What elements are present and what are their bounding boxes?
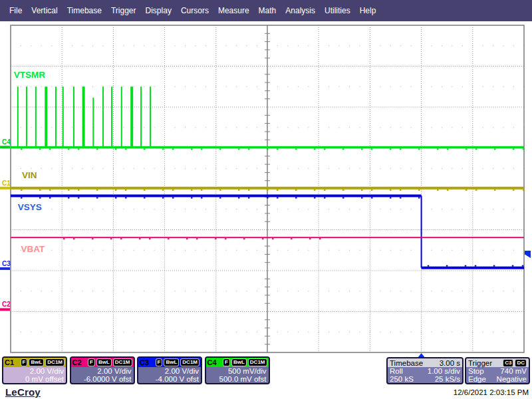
trigger-badge-c3: C3 bbox=[503, 359, 513, 367]
trace-noise bbox=[172, 148, 174, 150]
grid-dot bbox=[380, 291, 380, 291]
lecroy-logo: LeCroy bbox=[5, 386, 41, 398]
trace-noise bbox=[78, 190, 80, 191]
channel-marker-c4[interactable] bbox=[0, 146, 10, 148]
timebase-box[interactable]: Timebase 3.00 s Roll 1.00 s/div 250 kS 2… bbox=[386, 357, 464, 384]
grid-dot bbox=[21, 86, 21, 87]
grid-dot bbox=[308, 45, 309, 46]
trace-noise bbox=[92, 238, 94, 239]
menu-item-trigger[interactable]: Trigger bbox=[111, 6, 136, 15]
menu-item-cursors[interactable]: Cursors bbox=[181, 6, 209, 15]
grid-dot bbox=[421, 332, 422, 332]
grid-dot bbox=[257, 127, 257, 128]
grid-dot bbox=[349, 127, 350, 128]
menu-item-math[interactable]: Math bbox=[259, 6, 277, 15]
menu-item-utilities[interactable]: Utilities bbox=[325, 6, 350, 15]
trace-noise bbox=[295, 197, 297, 198]
grid-dot bbox=[411, 168, 412, 169]
grid-dot bbox=[277, 250, 278, 251]
trace-noise bbox=[162, 197, 164, 198]
channel-settings: 2.00 V/div-6.0000 V ofst bbox=[71, 367, 134, 383]
grid-dot bbox=[359, 127, 360, 128]
trace-noise bbox=[243, 238, 245, 239]
menu-item-file[interactable]: File bbox=[9, 6, 22, 15]
trigger-box[interactable]: Trigger C3DC Stop 740 mV Edge Negative bbox=[465, 357, 530, 384]
grid-dot bbox=[113, 332, 114, 332]
trace-label-vbat: VBAT bbox=[21, 244, 45, 254]
grid-dot bbox=[411, 291, 412, 291]
menu-item-help[interactable]: Help bbox=[360, 6, 376, 15]
trace-noise bbox=[277, 190, 279, 191]
channel-marker-label-c4: C4 bbox=[2, 138, 11, 146]
grid-dot bbox=[452, 209, 452, 209]
channel-box-c1[interactable]: C1FBwLDC1M2.00 V/div0 mV offset bbox=[2, 356, 67, 384]
trace-noise bbox=[475, 190, 477, 191]
channel-marker-label-c3: C3 bbox=[2, 260, 11, 267]
trace-noise bbox=[400, 190, 402, 191]
trace-noise bbox=[371, 197, 373, 198]
grid-dot bbox=[113, 250, 114, 251]
grid-dot bbox=[359, 209, 360, 209]
grid-dot bbox=[432, 209, 432, 209]
grid-dot bbox=[442, 168, 442, 169]
trace-noise bbox=[49, 197, 51, 198]
grid-dot bbox=[442, 332, 442, 332]
trace-noise bbox=[144, 190, 146, 191]
badge-dc1m: DC1M bbox=[180, 358, 200, 366]
badge-f: F bbox=[88, 358, 95, 366]
grid-dot bbox=[113, 86, 114, 87]
channel-box-c4[interactable]: C4FBwLDC1M500 mV/div500.0 mV ofst bbox=[205, 356, 270, 384]
badge-f: F bbox=[156, 358, 163, 366]
grid-dot bbox=[102, 332, 103, 332]
channel-id-label: C2 bbox=[72, 358, 82, 366]
grid-dot bbox=[205, 250, 206, 251]
grid-dot bbox=[472, 168, 473, 169]
grid-dot bbox=[390, 168, 391, 169]
trace-noise bbox=[314, 190, 316, 191]
grid-dot bbox=[247, 86, 247, 87]
grid-dot bbox=[247, 209, 247, 209]
trace-noise bbox=[73, 238, 75, 239]
menu-item-timebase[interactable]: Timebase bbox=[67, 6, 102, 15]
grid-dot bbox=[329, 45, 329, 46]
grid-dot bbox=[215, 250, 216, 251]
menu-item-measure[interactable]: Measure bbox=[218, 6, 249, 15]
grid-dot bbox=[247, 168, 247, 169]
grid-dot bbox=[359, 168, 360, 169]
menu-item-display[interactable]: Display bbox=[146, 6, 172, 15]
grid-dot bbox=[134, 332, 134, 332]
grid-dot bbox=[329, 250, 329, 251]
grid-dot bbox=[513, 45, 514, 46]
grid-dot bbox=[493, 250, 493, 251]
menu-item-vertical[interactable]: Vertical bbox=[31, 6, 57, 15]
trace-c3-vsys-high bbox=[11, 194, 422, 197]
trace-noise bbox=[277, 197, 279, 198]
grid-dot bbox=[349, 332, 350, 332]
grid-dot bbox=[349, 86, 350, 87]
trace-noise bbox=[248, 190, 250, 191]
grid-dot bbox=[390, 332, 391, 332]
grid-dot bbox=[452, 86, 452, 87]
channel-box-c3[interactable]: C3FBwLDC1M2.00 V/div-4.000 V ofst bbox=[137, 356, 202, 384]
grid-dot bbox=[359, 250, 360, 251]
trace-noise bbox=[314, 148, 316, 150]
trace-noise bbox=[342, 190, 344, 191]
channel-marker-c2[interactable] bbox=[0, 308, 10, 311]
menu-item-analysis[interactable]: Analysis bbox=[285, 6, 315, 15]
channel-marker-c1[interactable] bbox=[0, 187, 10, 190]
grid-dot bbox=[277, 45, 278, 46]
trigger-level-arrow[interactable] bbox=[525, 251, 531, 258]
grid-dot bbox=[51, 127, 52, 128]
channel-marker-c3[interactable] bbox=[0, 267, 10, 270]
channel-offset: 0 mV offset bbox=[3, 375, 64, 383]
channel-box-c2[interactable]: C2FBwLDC1M2.00 V/div-6.0000 V ofst bbox=[70, 356, 135, 384]
channel-header-c4: C4FBwLDC1M bbox=[206, 358, 269, 367]
grid-dot bbox=[51, 45, 52, 46]
trace-noise bbox=[390, 197, 392, 198]
grid-dot bbox=[400, 45, 401, 46]
grid-dot bbox=[41, 86, 42, 87]
trace-noise bbox=[493, 265, 495, 267]
grid-dot bbox=[31, 127, 31, 128]
menu-bar: FileVerticalTimebaseTriggerDisplayCursor… bbox=[0, 0, 532, 21]
trace-noise bbox=[219, 197, 221, 198]
